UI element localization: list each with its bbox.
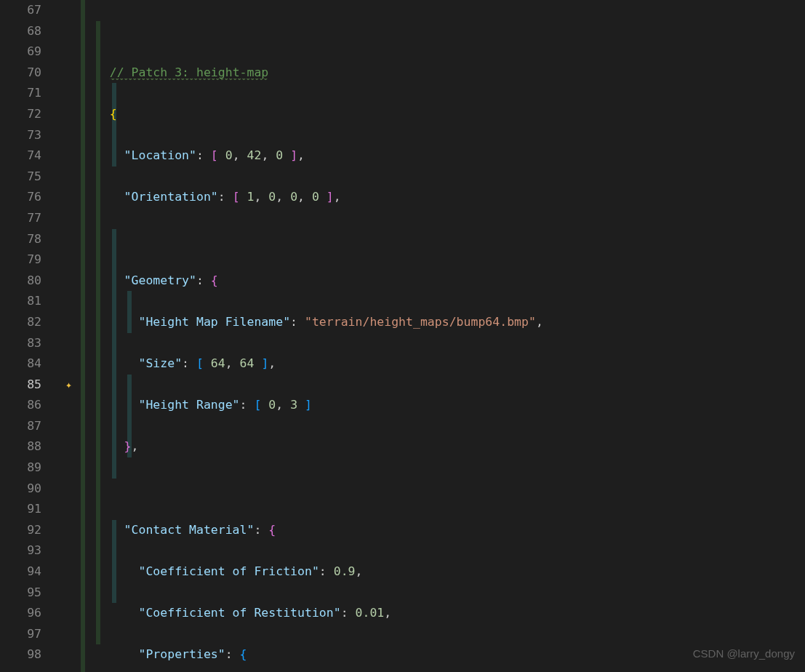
line-number: 92 xyxy=(0,520,60,541)
line-number: 90 xyxy=(0,479,60,500)
line-number: 80 xyxy=(0,271,60,292)
code-editor[interactable]: 67686970717273747576777879808182838485✦8… xyxy=(0,0,805,672)
code-line[interactable]: }, xyxy=(81,436,805,457)
line-number: 95 xyxy=(0,583,60,604)
line-number: 68 xyxy=(0,21,60,42)
line-number: 75 xyxy=(0,167,60,188)
code-line[interactable]: "Coefficient of Restitution": 0.01, xyxy=(81,603,805,624)
comment-text: // Patch 3: height-map xyxy=(110,65,269,80)
line-number: 84 xyxy=(0,353,60,375)
code-line[interactable] xyxy=(81,479,805,500)
line-number: 98 xyxy=(0,644,60,665)
line-number: 79 xyxy=(0,249,60,271)
line-number: 86 xyxy=(0,395,60,416)
code-line[interactable]: "Geometry": { xyxy=(81,271,805,292)
line-number: 73 xyxy=(0,125,60,146)
code-line[interactable]: "Coefficient of Friction": 0.9, xyxy=(81,561,805,583)
line-number: 93 xyxy=(0,540,60,561)
code-line[interactable]: "Location": [ 0, 42, 0 ], xyxy=(81,145,805,167)
line-number: 77 xyxy=(0,208,60,229)
watermark-text: CSDN @larry_dongy xyxy=(693,644,795,665)
code-line[interactable]: "Size": [ 64, 64 ], xyxy=(81,353,805,375)
line-number: 67 xyxy=(0,0,60,21)
line-number: 91 xyxy=(0,499,60,520)
line-number: 72 xyxy=(0,104,60,125)
code-line[interactable]: "Height Map Filename": "terrain/height_m… xyxy=(81,312,805,333)
line-number: 69 xyxy=(0,41,60,63)
code-line[interactable]: "Orientation": [ 1, 0, 0, 0 ], xyxy=(81,187,805,208)
line-number: 83 xyxy=(0,333,60,354)
line-number: 82 xyxy=(0,312,60,333)
code-line[interactable] xyxy=(81,229,805,250)
line-number: 81 xyxy=(0,291,60,312)
line-number: 97 xyxy=(0,624,60,645)
code-line[interactable]: "Height Range": [ 0, 3 ] xyxy=(81,395,805,416)
code-line[interactable]: // Patch 3: height-map xyxy=(81,63,805,84)
line-number: 89 xyxy=(0,457,60,479)
code-area[interactable]: // Patch 3: height-map { "Location": [ 0… xyxy=(60,0,805,672)
line-number: 70 xyxy=(0,63,60,84)
line-number: 74 xyxy=(0,145,60,167)
code-line[interactable]: "Contact Material": { xyxy=(81,520,805,541)
line-number: 94 xyxy=(0,561,60,583)
line-number: 71 xyxy=(0,83,60,104)
line-number-gutter: 67686970717273747576777879808182838485✦8… xyxy=(0,0,60,672)
code-line[interactable]: { xyxy=(81,104,805,125)
line-number: 88 xyxy=(0,436,60,457)
line-number: 96 xyxy=(0,603,60,624)
line-number: 76 xyxy=(0,187,60,208)
line-number: 87 xyxy=(0,416,60,437)
line-number: 78 xyxy=(0,229,60,250)
line-number: 85 xyxy=(0,375,60,396)
